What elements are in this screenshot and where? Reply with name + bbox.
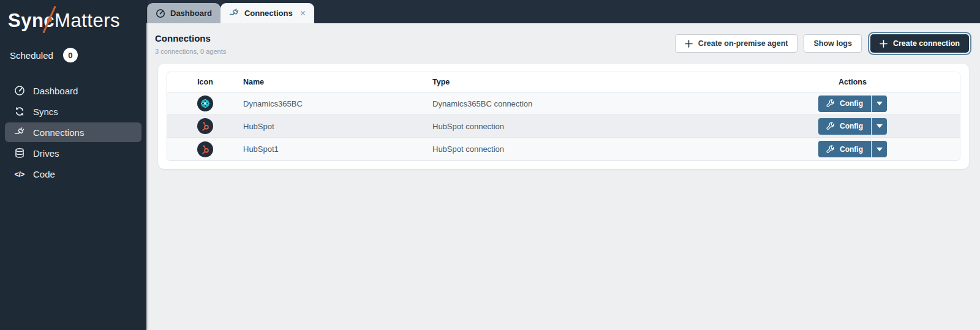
config-dropdown-button[interactable]: [872, 141, 887, 157]
table-header-row: Icon Name Type Actions: [167, 72, 960, 92]
page-title: Connections: [155, 33, 226, 43]
scheduled-count-badge: 0: [63, 48, 78, 62]
sidebar-item-label: Drives: [33, 148, 59, 159]
config-split-button: Config: [818, 96, 887, 112]
config-split-button: Config: [818, 141, 887, 157]
config-split-button: Config: [818, 118, 887, 135]
logo-letter-c: c: [43, 10, 55, 32]
config-button[interactable]: Config: [818, 141, 872, 157]
config-button[interactable]: Config: [818, 96, 872, 112]
column-header-type: Type: [432, 78, 745, 86]
chevron-down-icon: [876, 148, 883, 151]
button-label: Create on-premise agent: [698, 39, 788, 48]
logo-text-matters: Matters: [55, 10, 120, 31]
wrench-icon: [826, 99, 835, 108]
plus-icon: [685, 40, 693, 48]
create-on-premise-agent-button[interactable]: Create on-premise agent: [675, 34, 798, 53]
connection-type: HubSpot connection: [432, 144, 745, 154]
gauge-icon: [156, 9, 165, 18]
tab-dashboard[interactable]: Dashboard: [147, 3, 221, 23]
column-header-name: Name: [243, 78, 432, 86]
main-content: Connections 3 connections, 0 agents Crea…: [146, 23, 980, 330]
scheduled-section: Scheduled 0: [10, 48, 146, 62]
button-label: Create connection: [893, 39, 960, 48]
sidebar-item-label: Code: [33, 169, 55, 179]
tab-label: Dashboard: [170, 9, 212, 18]
config-label: Config: [840, 99, 863, 108]
sidebar-item-drives[interactable]: Drives: [5, 143, 141, 163]
connection-type: HubSpot connection: [432, 122, 745, 131]
sidebar-item-label: Dashboard: [33, 86, 78, 96]
table-row[interactable]: HubSpot1 HubSpot connection Config: [167, 138, 960, 160]
connections-table: Icon Name Type Actions Dynamics365BC Dyn…: [167, 72, 960, 161]
connection-name: Dynamics365BC: [243, 99, 432, 108]
connection-type: Dynamics365BC connection: [432, 99, 745, 108]
config-dropdown-button[interactable]: [872, 118, 887, 135]
close-icon[interactable]: ×: [300, 9, 306, 18]
code-icon: </>: [13, 168, 25, 180]
database-icon: [13, 148, 25, 159]
sidebar-item-label: Syncs: [33, 107, 58, 117]
sidebar: SyncMatters Scheduled 0 Dashboard Syncs: [0, 0, 146, 330]
config-label: Config: [840, 145, 863, 154]
sync-icon: [13, 106, 25, 118]
sidebar-item-code[interactable]: </> Code: [5, 164, 141, 184]
sidebar-item-syncs[interactable]: Syncs: [5, 102, 141, 121]
sidebar-nav: Dashboard Syncs Connections Drives: [0, 81, 146, 184]
app-logo[interactable]: SyncMatters: [8, 10, 146, 32]
connections-card: Icon Name Type Actions Dynamics365BC Dyn…: [158, 64, 969, 169]
wrench-icon: [826, 145, 835, 154]
connection-name: HubSpot: [243, 122, 432, 131]
chevron-down-icon: [876, 102, 883, 105]
dynamics365bc-icon: [197, 96, 213, 111]
scheduled-label: Scheduled: [10, 50, 53, 61]
config-button[interactable]: Config: [818, 118, 872, 135]
hubspot-icon: [197, 141, 213, 157]
sidebar-item-connections[interactable]: Connections: [5, 122, 141, 142]
table-row[interactable]: HubSpot HubSpot connection Config: [167, 115, 960, 138]
tab-bar: Dashboard Connections ×: [146, 0, 980, 23]
create-connection-button[interactable]: Create connection: [870, 34, 969, 53]
page-header: Connections 3 connections, 0 agents Crea…: [146, 23, 980, 55]
logo-text-sync: Syn: [8, 10, 43, 31]
sidebar-item-label: Connections: [33, 127, 84, 138]
table-row[interactable]: Dynamics365BC Dynamics365BC connection C…: [167, 92, 960, 115]
plug-icon: [13, 127, 25, 138]
header-actions: Create on-premise agent Show logs Create…: [675, 34, 969, 53]
chevron-down-icon: [876, 124, 883, 128]
config-label: Config: [840, 122, 863, 130]
column-header-actions: Actions: [745, 78, 960, 86]
wrench-icon: [826, 122, 835, 130]
connection-name: HubSpot1: [243, 144, 432, 154]
gauge-icon: [13, 85, 25, 97]
column-header-icon: Icon: [167, 78, 243, 86]
plug-icon: [229, 8, 239, 18]
show-logs-button[interactable]: Show logs: [804, 34, 862, 53]
app-root: SyncMatters Scheduled 0 Dashboard Syncs: [0, 0, 980, 330]
page-subtitle: 3 connections, 0 agents: [155, 48, 226, 55]
button-label: Show logs: [813, 39, 852, 48]
sidebar-item-dashboard[interactable]: Dashboard: [5, 81, 141, 100]
hubspot-icon: [197, 118, 213, 134]
tab-connections[interactable]: Connections ×: [221, 3, 314, 23]
tab-label: Connections: [244, 9, 293, 18]
plus-icon: [880, 40, 888, 48]
config-dropdown-button[interactable]: [872, 96, 887, 112]
